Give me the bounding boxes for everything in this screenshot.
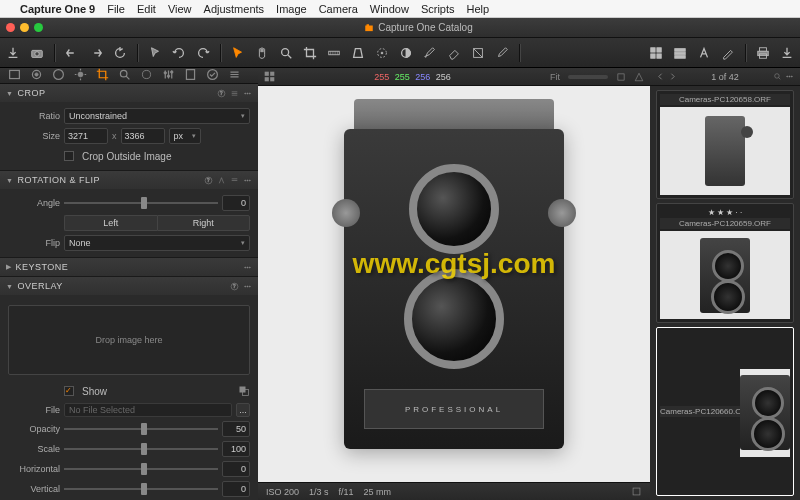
menu-window[interactable]: Window <box>370 3 409 15</box>
menu-camera[interactable]: Camera <box>319 3 358 15</box>
rotate-left-button[interactable]: Left <box>64 215 157 231</box>
opacity-slider[interactable] <box>64 421 218 437</box>
eraser-tool-icon[interactable] <box>447 46 461 60</box>
details-tab-icon[interactable] <box>118 68 131 83</box>
arrange-icon[interactable] <box>673 46 687 60</box>
rotate-right-button[interactable]: Right <box>157 215 251 231</box>
edit-icon[interactable] <box>721 46 735 60</box>
export-icon[interactable] <box>780 46 794 60</box>
rotation-panel-header[interactable]: ▼ ROTATION & FLIP ? <box>0 171 258 189</box>
panel-menu-icon[interactable] <box>243 282 252 291</box>
output-tab-icon[interactable] <box>206 68 219 83</box>
horizontal-value[interactable]: 0 <box>222 461 250 477</box>
zoom-fit-label[interactable]: Fit <box>550 72 560 82</box>
import-icon[interactable] <box>6 46 20 60</box>
crop-outside-checkbox[interactable] <box>64 151 74 161</box>
capture-icon[interactable] <box>30 46 44 60</box>
undo-icon[interactable] <box>65 46 79 60</box>
keystone-tool-icon[interactable] <box>351 46 365 60</box>
capture-tab-icon[interactable] <box>30 68 43 83</box>
menu-edit[interactable]: Edit <box>137 3 156 15</box>
overlay-composite-icon[interactable] <box>238 385 250 397</box>
overlay-dropzone[interactable]: Drop image here <box>8 305 250 375</box>
close-window-button[interactable] <box>6 23 15 32</box>
zoom-tool-icon[interactable] <box>279 46 293 60</box>
minimize-window-button[interactable] <box>20 23 29 32</box>
menu-view[interactable]: View <box>168 3 192 15</box>
composition-tab-icon[interactable] <box>96 68 109 83</box>
reset-icon[interactable] <box>113 46 127 60</box>
next-image-icon[interactable] <box>668 72 677 81</box>
browser-menu-icon[interactable] <box>785 72 794 81</box>
angle-slider[interactable] <box>64 195 218 211</box>
viewer-canvas[interactable]: PROFESSIONAL www.cgtsj.com <box>258 86 650 482</box>
warning-icon[interactable] <box>634 72 644 82</box>
rotate-right-icon[interactable] <box>196 46 210 60</box>
panel-menu-icon[interactable] <box>243 89 252 98</box>
overlay-show-checkbox[interactable] <box>64 386 74 396</box>
thumbnail-item[interactable]: Cameras-PC120658.ORF <box>656 90 794 199</box>
menu-scripts[interactable]: Scripts <box>421 3 455 15</box>
hand-tool-icon[interactable] <box>255 46 269 60</box>
menu-file[interactable]: File <box>107 3 125 15</box>
keystone-panel-header[interactable]: ▶ KEYSTONE <box>0 258 258 276</box>
cursor-tool-icon[interactable] <box>148 46 162 60</box>
vertical-value[interactable]: 0 <box>222 481 250 497</box>
grid-view-icon[interactable] <box>649 46 663 60</box>
menu-adjustments[interactable]: Adjustments <box>204 3 265 15</box>
crop-height-input[interactable]: 3366 <box>121 128 165 144</box>
preset-icon[interactable] <box>230 176 239 185</box>
rotate-left-icon[interactable] <box>172 46 186 60</box>
opacity-value[interactable]: 50 <box>222 421 250 437</box>
crop-tool-icon[interactable] <box>303 46 317 60</box>
library-tab-icon[interactable] <box>8 68 21 83</box>
exposure-tab-icon[interactable] <box>74 68 87 83</box>
ratio-select[interactable]: Unconstrained▾ <box>64 108 250 124</box>
help-icon[interactable]: ? <box>204 176 213 185</box>
prev-image-icon[interactable] <box>656 72 665 81</box>
thumbnail-item[interactable]: Cameras-PC120660.ORF <box>656 327 794 496</box>
horizontal-slider[interactable] <box>64 461 218 477</box>
color-tab-icon[interactable] <box>52 68 65 83</box>
redo-icon[interactable] <box>89 46 103 60</box>
local-adj-tab-icon[interactable] <box>140 68 153 83</box>
panel-menu-icon[interactable] <box>243 263 252 272</box>
overlay-panel-header[interactable]: ▼ OVERLAY ? <box>0 277 258 295</box>
scale-slider[interactable] <box>64 441 218 457</box>
multi-view-icon[interactable] <box>264 71 275 82</box>
mask-tool-icon[interactable] <box>399 46 413 60</box>
expand-icon[interactable] <box>631 486 642 497</box>
crop-panel-header[interactable]: ▼ CROP ? <box>0 84 258 102</box>
spot-tool-icon[interactable] <box>375 46 389 60</box>
batch-tab-icon[interactable] <box>228 68 241 83</box>
straighten-tool-icon[interactable] <box>327 46 341 60</box>
help-icon[interactable]: ? <box>230 282 239 291</box>
reset-icon[interactable] <box>217 176 226 185</box>
app-menu[interactable]: Capture One 9 <box>20 3 95 15</box>
overlay-file-browse-button[interactable]: ... <box>236 403 250 417</box>
scale-value[interactable]: 100 <box>222 441 250 457</box>
zoom-window-button[interactable] <box>34 23 43 32</box>
preset-icon[interactable] <box>230 89 239 98</box>
print-icon[interactable] <box>756 46 770 60</box>
annotation-icon[interactable] <box>697 46 711 60</box>
help-icon[interactable]: ? <box>217 89 226 98</box>
metadata-tab-icon[interactable] <box>184 68 197 83</box>
vertical-slider[interactable] <box>64 481 218 497</box>
adjustments-tab-icon[interactable] <box>162 68 175 83</box>
menu-image[interactable]: Image <box>276 3 307 15</box>
zoom-slider[interactable] <box>568 75 608 79</box>
browser-search-icon[interactable] <box>773 72 782 81</box>
color-picker-icon[interactable] <box>495 46 509 60</box>
crop-width-input[interactable]: 3271 <box>64 128 108 144</box>
menu-help[interactable]: Help <box>467 3 490 15</box>
brush-tool-icon[interactable] <box>423 46 437 60</box>
gradient-tool-icon[interactable] <box>471 46 485 60</box>
select-tool-icon[interactable] <box>231 46 245 60</box>
thumbnail-item[interactable]: ★ ★ ★ · · Cameras-PC120659.ORF <box>656 203 794 323</box>
panel-menu-icon[interactable] <box>243 176 252 185</box>
flip-select[interactable]: None▾ <box>64 235 250 251</box>
angle-value[interactable]: 0 <box>222 195 250 211</box>
crop-unit-select[interactable]: px▾ <box>169 128 201 144</box>
proof-icon[interactable] <box>616 72 626 82</box>
